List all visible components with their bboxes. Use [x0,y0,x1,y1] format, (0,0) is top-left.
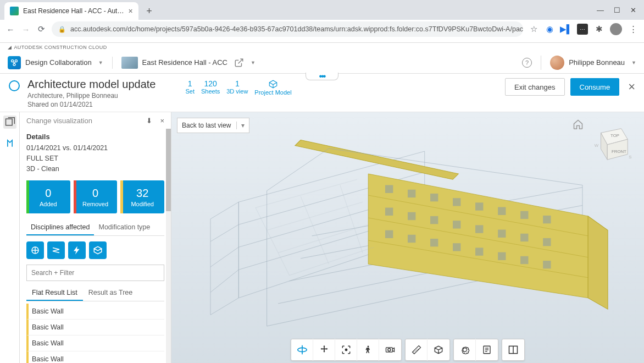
maximize-icon[interactable]: ☐ [614,6,620,14]
browser-tab[interactable]: East Residence Hall - ACC - Aut… × [4,2,138,20]
section-icon[interactable] [428,339,449,361]
stat-project-model[interactable]: Project Model [254,79,291,96]
svg-rect-28 [385,185,393,193]
drag-handle-icon[interactable]: ••• [306,73,338,80]
svg-line-16 [210,247,238,267]
svg-marker-11 [210,202,238,315]
minimize-icon[interactable]: — [597,6,604,14]
model-viewer[interactable]: Back to last view ▾ TOP FRONT W S [171,112,644,363]
removed-card[interactable]: 0Removed [74,180,118,213]
camera-icon[interactable] [379,339,401,361]
svg-rect-37 [408,212,415,220]
chevron-down-icon[interactable]: ▾ [236,122,245,129]
changes-panel: Change visualization ⬇ × Details 01/14/2… [20,112,171,363]
close-tab-icon[interactable]: × [128,7,132,15]
external-link-icon[interactable] [234,58,244,68]
svg-line-54 [267,202,363,230]
close-window-icon[interactable]: ✕ [630,6,636,14]
search-filter-input[interactable] [26,265,164,281]
orbit-icon[interactable] [291,339,313,361]
reload-icon[interactable]: ⟳ [36,24,46,34]
window-controls: — ☐ ✕ [597,6,644,20]
menu-icon[interactable]: ⋮ [628,24,639,35]
svg-point-2 [13,63,15,65]
panel-scrollbar[interactable] [166,129,171,363]
tab-tree[interactable]: Result as Tree [83,285,138,301]
result-item[interactable]: Basic Wall [26,304,164,320]
ext-icon-3[interactable]: ⋯ [577,24,588,35]
stat-3dview[interactable]: 1 3D view [226,79,248,95]
back-icon[interactable]: ← [5,25,15,34]
star-icon[interactable]: ☆ [529,24,538,34]
svg-rect-36 [385,208,393,216]
package-shared: Shared on 01/14/2021 [27,101,156,108]
forward-icon[interactable]: → [21,25,31,34]
added-card[interactable]: 0Added [26,180,70,213]
details-label: Details [26,133,164,141]
split-view-icon[interactable] [502,339,524,361]
svg-point-61 [345,349,347,350]
home-icon[interactable] [573,119,584,130]
package-stats: 1 Set 120 Sheets 1 3D view Project Model [185,78,291,96]
svg-rect-49 [498,252,506,260]
brand-text: AUTODESK CONSTRUCTION CLOUD [14,45,107,50]
result-item[interactable]: Basic Wall [26,320,164,336]
user-menu[interactable]: Philippe Bonneau ▼ [541,56,636,70]
profile-avatar-icon[interactable] [610,23,622,35]
svg-line-57 [256,208,290,276]
electrical-icon[interactable] [68,241,86,259]
ext-icon-1[interactable]: ◉ [544,24,555,35]
svg-line-17 [210,270,238,292]
svg-rect-45 [408,235,415,243]
svg-marker-24 [368,174,588,298]
settings-icon[interactable] [454,339,476,361]
pan-icon[interactable] [313,339,335,361]
close-icon[interactable]: × [628,80,635,94]
browser-chrome: East Residence Hall - ACC - Aut… × + — ☐… [0,0,644,43]
svg-rect-47 [453,243,460,251]
stat-sheets[interactable]: 120 Sheets [201,79,220,95]
address-bar: ← → ⟳ 🔒 acc.autodesk.com/dc/home/project… [0,20,644,38]
svg-line-58 [301,196,329,264]
modified-card[interactable]: 32Modified [120,180,164,213]
result-item[interactable]: Basic Wall [26,336,164,351]
project-model-icon [254,79,291,89]
user-name: Philippe Bonneau [569,58,625,67]
exit-changes-button[interactable]: Exit changes [505,78,564,96]
tab-disciplines[interactable]: Disciplines affected [26,220,94,235]
consume-button[interactable]: Consume [570,78,620,96]
structural-icon[interactable] [47,241,65,259]
svg-line-56 [290,247,374,275]
svg-rect-51 [543,261,551,268]
change-cards: 0Added 0Removed 32Modified [26,180,164,213]
app-header: Design Collaboration ▼ East Residence Ha… [0,52,644,74]
new-tab-button[interactable]: + [142,3,157,19]
mechanical-icon[interactable] [89,241,107,259]
download-icon[interactable]: ⬇ [146,117,152,125]
zoom-icon[interactable] [335,339,357,361]
extension-icons: ◉ ▶▌ ⋯ ✱ ⋮ [544,23,639,35]
close-panel-icon[interactable]: × [160,117,164,125]
svg-marker-52 [588,216,608,309]
stat-set[interactable]: 1 Set [185,79,195,95]
svg-rect-43 [543,238,551,246]
extensions-icon[interactable]: ✱ [593,24,604,35]
result-item[interactable]: Basic Wall [26,351,164,363]
architecture-icon[interactable] [26,241,44,259]
changes-icon[interactable] [3,116,16,129]
tab-flat-list[interactable]: Flat Result List [26,285,83,301]
walk-icon[interactable] [357,339,379,361]
help-icon[interactable]: ? [522,58,532,68]
properties-icon[interactable] [476,339,498,361]
svg-rect-44 [385,230,393,238]
navigate-icon[interactable] [3,136,16,150]
measure-icon[interactable] [406,339,428,361]
viewer-toolbar [291,339,525,361]
url-field[interactable]: 🔒 acc.autodesk.com/dc/home/projects/597a… [52,21,523,37]
full-set-label: FULL SET [26,153,164,164]
project-selector[interactable]: East Residence Hall - ACC ▼ [112,57,256,69]
tab-modification-type[interactable]: Modification type [94,220,154,235]
ext-icon-2[interactable]: ▶▌ [560,24,571,35]
module-selector[interactable]: Design Collaboration ▼ [8,56,103,69]
svg-rect-32 [475,202,483,210]
